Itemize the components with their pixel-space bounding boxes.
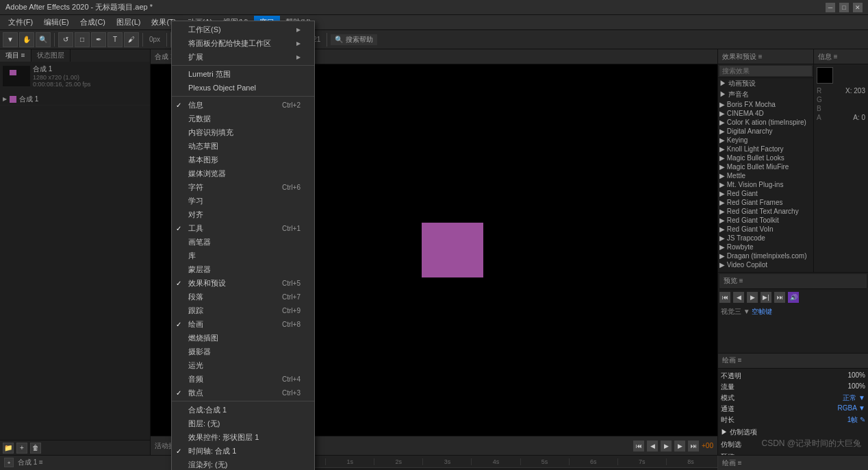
- plugin-red-giant[interactable]: ▶ Red Giant: [718, 189, 813, 198]
- timeline-add-layer[interactable]: +: [4, 458, 14, 467]
- plugin-red-frames[interactable]: ▶ Red Giant Frames: [718, 198, 813, 207]
- comp-info-area: 合成 1 1280 x720 (1.00) 0:00:08:16, 25.00 …: [0, 62, 150, 93]
- tool-shape[interactable]: □: [75, 32, 90, 47]
- preview-loop[interactable]: 🔊: [788, 292, 799, 303]
- menu-comp[interactable]: 合成(C): [75, 16, 111, 29]
- menu-edit[interactable]: 编辑(E): [38, 16, 75, 29]
- plugin-rowbyte[interactable]: ▶ Rowbyte: [718, 243, 813, 251]
- ctx-essential-graphics[interactable]: 基本图形: [172, 153, 314, 166]
- properties-right-panel: 绘画 ≡ 不透用 流量 模式 正常 ▼ 选择至 全部 ▼: [717, 456, 868, 470]
- effects-title: 效果和预设 ≡: [722, 52, 763, 62]
- plugin-trapcode[interactable]: ▶ JS Trapcode: [718, 234, 813, 243]
- tool-brush[interactable]: 🖌: [124, 32, 139, 47]
- plugin-sound[interactable]: ▶ 声音名: [718, 89, 813, 100]
- plugin-knoll[interactable]: ▶ Knoll Light Factory: [718, 145, 813, 153]
- new-folder-btn[interactable]: 📁: [3, 443, 14, 454]
- ctx-flare[interactable]: 运光: [172, 358, 314, 372]
- tool-hand[interactable]: ✋: [19, 32, 34, 47]
- ctx-wiggler[interactable]: 摄影器: [172, 345, 314, 358]
- ctx-info[interactable]: 信息 Ctrl+2: [172, 98, 314, 112]
- preview-end[interactable]: ⏭: [774, 292, 785, 303]
- menu-layer[interactable]: 图层(L): [111, 16, 146, 29]
- ctx-masks[interactable]: 蒙层器: [172, 262, 314, 276]
- ctx-media-browser[interactable]: 媒体浏览器: [172, 166, 314, 180]
- tool-zoom[interactable]: 🔍: [36, 32, 51, 47]
- close-button[interactable]: ✕: [853, 3, 863, 12]
- plugin-magic-looks[interactable]: ▶ Magic Bullet Looks: [718, 153, 813, 162]
- search-box[interactable]: 🔍 搜索帮助: [331, 34, 377, 45]
- minimize-button[interactable]: ─: [826, 3, 835, 12]
- preview-prev[interactable]: ◀: [733, 292, 744, 303]
- paint-channels-row: 通道 RGBA ▼: [721, 404, 865, 414]
- ctx-smoother[interactable]: 燃烧插图: [172, 331, 314, 345]
- delete-btn[interactable]: 🗑: [30, 443, 41, 454]
- preview-play[interactable]: ▶: [747, 292, 758, 303]
- layer-item-comp[interactable]: ▶ 合成 1: [0, 93, 150, 106]
- ctx-plexus[interactable]: Plexus Object Panel: [172, 81, 314, 95]
- maximize-button[interactable]: □: [839, 3, 849, 12]
- ctx-scatter[interactable]: 散点 Ctrl+3: [172, 386, 314, 399]
- ctx-timeline-window[interactable]: 时间轴: 合成 1: [172, 444, 314, 458]
- ctx-lumetri[interactable]: Lumetri 范围: [172, 67, 314, 81]
- ctx-comp-window[interactable]: 合成:合成 1: [172, 403, 314, 417]
- plugin-red-toolkit[interactable]: ▶ Red Giant Toolkit: [718, 216, 813, 225]
- playback-play[interactable]: ▶: [661, 441, 672, 452]
- plugin-video-copilot[interactable]: ▶ Video Copilot: [718, 260, 813, 269]
- tool-text[interactable]: T: [107, 32, 123, 47]
- plugin-red-text[interactable]: ▶ Red Giant Text Anarchy: [718, 207, 813, 216]
- ctx-workspaces[interactable]: 工作区(S): [172, 23, 314, 36]
- ctx-paragraph[interactable]: 段落 Ctrl+7: [172, 290, 314, 304]
- plugin-digital[interactable]: ▶ Digital Anarchy: [718, 127, 813, 136]
- ctx-expand[interactable]: 扩展: [172, 50, 314, 64]
- tool-pen[interactable]: ✒: [91, 32, 106, 47]
- ctx-tools[interactable]: 工具 Ctrl+1: [172, 221, 314, 235]
- tab-project[interactable]: 项目 ≡: [0, 49, 31, 62]
- ctx-audio[interactable]: 音频 Ctrl+4: [172, 372, 314, 386]
- tool-select[interactable]: ▼: [3, 32, 18, 47]
- plugin-keying[interactable]: ▶ Keying: [718, 136, 813, 145]
- preview-start[interactable]: ⏮: [719, 292, 730, 303]
- ctx-render-window[interactable]: 渲染列: (无): [172, 458, 314, 470]
- ctx-effects-presets[interactable]: 效果和预设 Ctrl+5: [172, 276, 314, 290]
- clone-options: ▶ 仿制选项: [721, 428, 865, 437]
- timeline-comp-tab[interactable]: 合成 1 ≡: [18, 458, 43, 467]
- playback-prev[interactable]: ◀: [647, 441, 658, 452]
- channels-label: 通道: [721, 404, 735, 414]
- playback-next[interactable]: ▶: [674, 441, 685, 452]
- plugin-dragan[interactable]: ▶ Dragan (timeInpixels.com): [718, 251, 813, 260]
- ctx-libraries[interactable]: 库: [172, 249, 314, 262]
- new-comp-btn[interactable]: +: [16, 443, 27, 454]
- plugin-red-voin[interactable]: ▶ Red Giant VoIn: [718, 225, 813, 234]
- tab-state[interactable]: 状态图层: [31, 49, 71, 62]
- effects-search-bar[interactable]: [718, 64, 813, 78]
- ctx-character[interactable]: 字符 Ctrl+6: [172, 180, 314, 194]
- ctx-content-aware[interactable]: 内容识别填充: [172, 125, 314, 139]
- opacity-label: 不透明: [721, 371, 741, 381]
- plugin-mettle[interactable]: ▶ Mettle: [718, 171, 813, 180]
- ruler-6: 6s: [569, 458, 617, 465]
- ctx-assign-panel[interactable]: 将面板分配给快捷工作区: [172, 36, 314, 50]
- ctx-motion-sketch[interactable]: 动态草图: [172, 139, 314, 153]
- plugin-cinema4d[interactable]: ▶ CINEMA 4D: [718, 109, 813, 118]
- plugin-mt-vision[interactable]: ▶ Mt. Vision Plug-ins: [718, 180, 813, 189]
- plugin-boris[interactable]: ▶ Boris FX Mocha: [718, 100, 813, 109]
- plugin-color[interactable]: ▶ Color K ation (timeInspire): [718, 118, 813, 127]
- plugin-animation-presets[interactable]: ▶ 动画预设: [718, 78, 813, 89]
- ctx-effects-window[interactable]: 效果控件: 形状图层 1: [172, 430, 314, 444]
- preview-next[interactable]: ▶|: [761, 292, 771, 303]
- tool-rotate[interactable]: ↺: [58, 32, 73, 47]
- playback-end[interactable]: ⏭: [688, 441, 699, 452]
- ctx-paint[interactable]: 绘画 Ctrl+8: [172, 317, 314, 331]
- ctx-brushes[interactable]: 画笔器: [172, 235, 314, 249]
- ctx-learn[interactable]: 学习: [172, 194, 314, 208]
- ctx-tracker[interactable]: 跟踪 Ctrl+9: [172, 304, 314, 317]
- effects-search-input[interactable]: [719, 66, 812, 76]
- ctx-align[interactable]: 对齐: [172, 208, 314, 221]
- ctx-metadata[interactable]: 元数据: [172, 112, 314, 125]
- ctx-layer-window[interactable]: 图层: (无): [172, 417, 314, 430]
- toolbar: ▼ ✋ 🔍 ↺ □ ✒ T 🖌 0px ≡ 默认 标准 小面板 效果 学习 20…: [0, 30, 868, 49]
- toolbar-separator-5: [327, 33, 327, 47]
- playback-start[interactable]: ⏮: [633, 441, 644, 452]
- plugin-magic-miu[interactable]: ▶ Magic Bullet MiuFire: [718, 162, 813, 171]
- menu-file[interactable]: 文件(F): [3, 16, 38, 29]
